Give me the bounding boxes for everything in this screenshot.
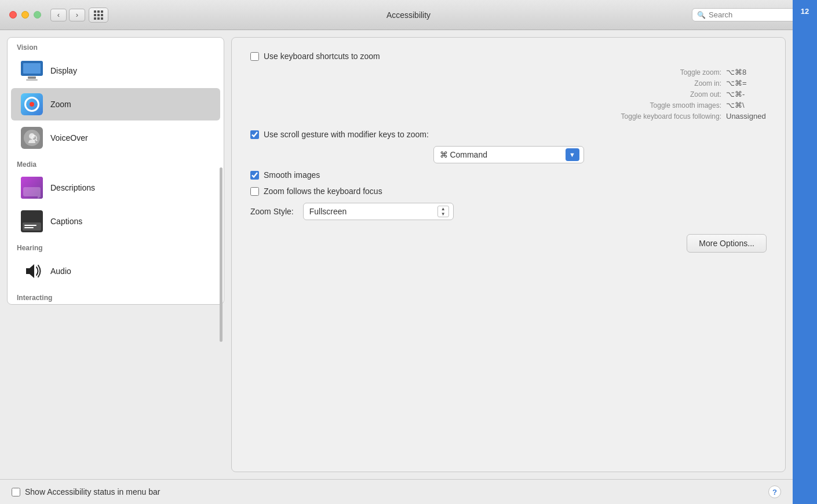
shortcut-label-0: Toggle zoom: [594, 68, 721, 76]
svg-line-2 [36, 140, 37, 141]
show-status-checkbox[interactable] [12, 488, 20, 496]
captions-icon [20, 210, 43, 233]
sidebar-item-captions[interactable]: Captions [11, 205, 220, 238]
help-button[interactable]: ? [768, 485, 781, 498]
shortcut-value-3: ⌥⌘\ [726, 101, 767, 109]
shortcut-value-4: Unassigned [726, 112, 767, 120]
zoom-icon [20, 93, 43, 116]
descriptions-icon [20, 176, 43, 199]
shortcut-label-3: Toggle smooth images: [594, 101, 721, 109]
smooth-images-row: Smooth images [250, 170, 767, 180]
main-window: Vision Display [0, 30, 793, 504]
sidebar-item-voiceover[interactable]: VoiceOver [11, 122, 220, 154]
zoom-style-select[interactable]: Fullscreen Picture-in-Picture Split Scre… [303, 203, 454, 220]
blue-strip-number: 12 [801, 7, 809, 16]
shortcut-zoom-in: Zoom in: ⌥⌘= [285, 79, 767, 87]
more-options-button[interactable]: More Options... [687, 234, 767, 253]
sidebar-item-audio[interactable]: Audio [11, 255, 220, 287]
shortcut-smooth-images: Toggle smooth images: ⌥⌘\ [285, 101, 767, 109]
display-icon [20, 59, 43, 82]
window-content: Vision Display [0, 30, 793, 479]
keyboard-shortcuts-label[interactable]: Use keyboard shortcuts to zoom [250, 52, 380, 61]
sidebar-item-zoom[interactable]: Zoom [11, 88, 220, 120]
audio-icon [20, 260, 43, 283]
shortcut-label-1: Zoom in: [594, 79, 721, 87]
search-icon: 🔍 [697, 11, 706, 19]
sidebar-item-label-captions: Captions [50, 217, 82, 226]
voiceover-icon [20, 126, 43, 149]
titlebar: ‹ › Accessibility 🔍 [0, 0, 817, 30]
zoom-style-label: Zoom Style: [250, 207, 294, 216]
back-button[interactable]: ‹ [50, 9, 67, 21]
sidebar-item-label-descriptions: Descriptions [50, 183, 95, 192]
keyboard-shortcuts-row: Use keyboard shortcuts to zoom [250, 52, 767, 61]
show-status-wrapper: Show Accessibility status in menu bar [12, 487, 160, 496]
scroll-gesture-checkbox[interactable] [250, 130, 259, 139]
zoom-follows-keyboard-checkbox[interactable] [250, 187, 259, 196]
sidebar-list: Vision Display [7, 37, 224, 305]
sidebar-item-label-voiceover: VoiceOver [50, 133, 88, 143]
scroll-gesture-label[interactable]: Use scroll gesture with modifier keys to… [250, 130, 429, 139]
sidebar-section-hearing: Hearing [8, 238, 224, 254]
shortcut-focus-following: Toggle keyboard focus following: Unassig… [285, 112, 767, 120]
sidebar-item-label-audio: Audio [50, 266, 71, 276]
search-input[interactable] [709, 10, 803, 19]
show-status-label[interactable]: Show Accessibility status in menu bar [12, 487, 160, 496]
zoom-style-wrapper: Fullscreen Picture-in-Picture Split Scre… [303, 203, 454, 220]
sidebar-item-label-display: Display [50, 66, 77, 75]
sidebar-item-label-zoom: Zoom [50, 100, 71, 109]
shortcut-value-2: ⌥⌘- [726, 90, 767, 98]
zoom-follows-keyboard-text: Zoom follows the keyboard focus [264, 187, 382, 196]
main-panel: Use keyboard shortcuts to zoom Toggle zo… [231, 37, 786, 472]
grid-button[interactable] [89, 8, 108, 23]
nav-buttons: ‹ › [50, 9, 85, 21]
forward-button[interactable]: › [69, 9, 85, 21]
scroll-gesture-text: Use scroll gesture with modifier keys to… [264, 130, 429, 139]
shortcut-zoom-out: Zoom out: ⌥⌘- [285, 90, 767, 98]
close-button[interactable] [9, 11, 17, 19]
grid-icon [94, 10, 103, 20]
sidebar-item-descriptions[interactable]: Descriptions [11, 171, 220, 204]
zoom-style-row: Zoom Style: Fullscreen Picture-in-Pictur… [250, 203, 767, 220]
scroll-gesture-row: Use scroll gesture with modifier keys to… [250, 130, 767, 139]
modifier-key-select[interactable]: Control Option ⌘ Command [433, 146, 584, 163]
sidebar-section-vision: Vision [8, 38, 224, 54]
zoom-follows-keyboard-label[interactable]: Zoom follows the keyboard focus [250, 187, 382, 196]
sidebar-item-display[interactable]: Display [11, 54, 220, 87]
zoom-follows-keyboard-row: Zoom follows the keyboard focus [250, 187, 767, 196]
blue-strip: 12 [793, 0, 817, 504]
shortcut-value-0: ⌥⌘8 [726, 68, 767, 76]
modifier-key-row: Control Option ⌘ Command ▼ [250, 146, 767, 163]
window-title: Accessibility [386, 10, 431, 20]
smooth-images-label[interactable]: Smooth images [250, 170, 320, 180]
minimize-button[interactable] [21, 11, 29, 19]
sidebar: Vision Display [7, 37, 224, 472]
maximize-button[interactable] [34, 11, 41, 19]
traffic-lights [9, 11, 41, 19]
search-box[interactable]: 🔍 [692, 8, 808, 21]
shortcut-label-2: Zoom out: [594, 90, 721, 98]
smooth-images-checkbox[interactable] [250, 171, 259, 180]
keyboard-shortcuts-text: Use keyboard shortcuts to zoom [264, 52, 380, 61]
shortcut-toggle-zoom: Toggle zoom: ⌥⌘8 [285, 68, 767, 76]
keyboard-shortcuts-checkbox[interactable] [250, 52, 259, 61]
modifier-key-wrapper: Control Option ⌘ Command ▼ [433, 146, 584, 163]
shortcuts-group: Toggle zoom: ⌥⌘8 Zoom in: ⌥⌘= Zoom out: … [285, 68, 767, 120]
sidebar-section-interacting: Interacting [8, 288, 224, 304]
sidebar-section-media: Media [8, 155, 224, 171]
scrollbar-indicator [220, 167, 223, 341]
shortcut-label-4: Toggle keyboard focus following: [594, 112, 721, 120]
smooth-images-text: Smooth images [264, 170, 320, 180]
bottom-bar: Show Accessibility status in menu bar ? [0, 479, 793, 504]
show-status-text: Show Accessibility status in menu bar [25, 487, 160, 496]
shortcut-value-1: ⌥⌘= [726, 79, 767, 87]
